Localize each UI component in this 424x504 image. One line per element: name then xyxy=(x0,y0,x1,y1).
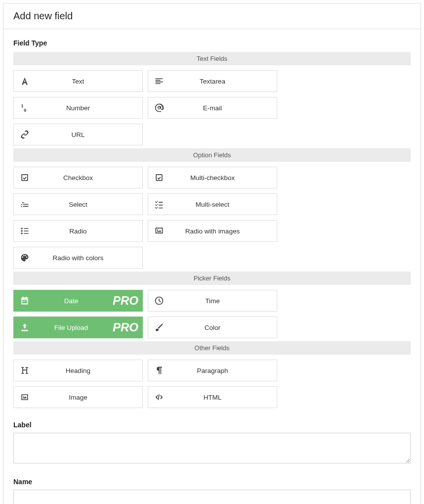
field-type-label: Textarea xyxy=(170,78,277,85)
field-type-label: E-mail xyxy=(170,104,277,112)
number-icon: 19 xyxy=(14,103,36,113)
field-type-label: File Upload xyxy=(36,324,142,331)
field-grid: TextTextarea19NumberE-mailURL xyxy=(13,70,411,145)
image-small-icon xyxy=(14,392,36,402)
field-type-label: Text xyxy=(36,78,142,85)
list-icon xyxy=(14,226,36,236)
svg-point-4 xyxy=(21,232,23,234)
field-type-label: Radio xyxy=(36,228,142,235)
svg-point-3 xyxy=(21,230,23,231)
field-type-url[interactable]: URL xyxy=(13,124,143,145)
field-grid: DatePROTimeFile UploadPROColor xyxy=(13,290,411,338)
field-type-html[interactable]: HTML xyxy=(148,386,277,408)
panel-header: Add new field xyxy=(3,3,421,29)
field-type-label: Select xyxy=(36,201,142,208)
field-type-label: Multi-select xyxy=(170,201,277,208)
heading-icon xyxy=(14,366,36,375)
field-type-number[interactable]: 19Number xyxy=(13,97,143,119)
field-type-label: Image xyxy=(36,394,142,401)
group-heading: Picker Fields xyxy=(13,272,411,285)
svg-text:1: 1 xyxy=(21,103,24,108)
palette-icon xyxy=(14,253,36,263)
field-type-label: Heading xyxy=(36,367,142,374)
label-field-label: Label xyxy=(13,421,411,429)
svg-text:9: 9 xyxy=(24,108,26,113)
at-icon xyxy=(148,103,170,113)
field-type-label: Field Type xyxy=(13,39,411,47)
check-square-icon xyxy=(14,173,36,183)
check-square-icon xyxy=(148,173,170,183)
image-icon xyxy=(148,226,170,236)
code-icon xyxy=(148,392,170,402)
field-type-label: Radio with colors xyxy=(36,254,142,262)
svg-point-2 xyxy=(21,228,23,229)
field-type-radio-colors[interactable]: Radio with colors xyxy=(13,247,143,269)
calendar-icon xyxy=(14,296,36,306)
field-type-time[interactable]: Time xyxy=(148,290,277,312)
field-type-label: Radio with images xyxy=(170,228,277,235)
select-icon xyxy=(14,199,36,209)
clock-icon xyxy=(148,296,170,306)
field-type-color[interactable]: Color xyxy=(148,317,277,338)
field-grid: HeadingParagraphImageHTML xyxy=(13,360,411,408)
field-type-label: HTML xyxy=(170,394,277,401)
field-type-multi-checkbox[interactable]: Multi-checkbox xyxy=(148,167,277,188)
add-new-field-panel: Add new field Field Type Text FieldsText… xyxy=(3,3,421,504)
field-type-text[interactable]: Text xyxy=(13,70,143,92)
field-type-multi-select[interactable]: Multi-select xyxy=(148,193,277,215)
field-type-label: Number xyxy=(36,104,142,112)
field-type-radio[interactable]: Radio xyxy=(13,220,143,242)
field-type-image[interactable]: Image xyxy=(13,386,143,408)
name-field-label: Name xyxy=(13,478,411,486)
field-type-label: Multi-checkbox xyxy=(170,174,277,182)
field-type-label: Color xyxy=(170,324,277,331)
group-heading: Option Fields xyxy=(13,148,411,162)
paragraph-icon xyxy=(148,366,170,375)
group-heading: Other Fields xyxy=(13,341,411,355)
panel-body: Field Type Text FieldsTextTextarea19Numb… xyxy=(3,29,421,504)
field-type-heading[interactable]: Heading xyxy=(13,360,143,381)
align-left-icon xyxy=(148,76,170,86)
field-type-select[interactable]: Select xyxy=(13,193,143,215)
field-grid: CheckboxMulti-checkboxSelectMulti-select… xyxy=(13,167,411,269)
field-type-file-upload[interactable]: File UploadPRO xyxy=(13,317,143,338)
font-icon xyxy=(14,76,36,86)
name-input[interactable] xyxy=(13,490,411,504)
field-type-label: URL xyxy=(36,131,142,138)
field-type-label: Checkbox xyxy=(36,174,142,182)
panel-title: Add new field xyxy=(13,10,411,22)
field-type-email[interactable]: E-mail xyxy=(148,97,277,119)
field-type-date[interactable]: DatePRO xyxy=(13,290,143,312)
field-type-radio-images[interactable]: Radio with images xyxy=(148,220,277,242)
multi-select-icon xyxy=(148,199,170,209)
field-type-textarea[interactable]: Textarea xyxy=(148,70,277,92)
group-heading: Text Fields xyxy=(13,52,411,65)
field-type-paragraph[interactable]: Paragraph xyxy=(148,360,277,381)
field-type-label: Paragraph xyxy=(170,367,277,374)
label-textarea[interactable] xyxy=(13,433,411,463)
field-type-label: Date xyxy=(36,297,142,305)
field-type-label: Time xyxy=(170,297,277,305)
upload-icon xyxy=(14,322,36,332)
field-type-checkbox[interactable]: Checkbox xyxy=(13,167,143,188)
link-icon xyxy=(14,130,36,139)
brush-icon xyxy=(148,322,170,332)
